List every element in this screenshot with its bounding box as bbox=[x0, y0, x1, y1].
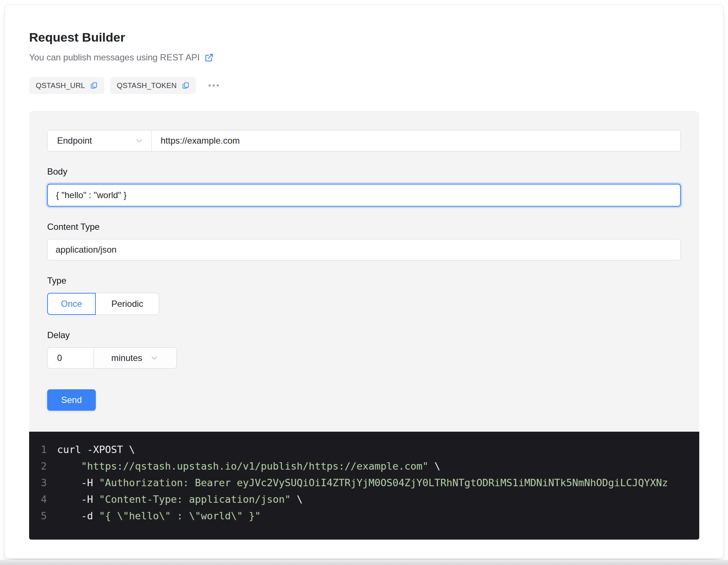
subtitle: You can publish messages using REST API bbox=[29, 51, 699, 64]
line-number: 5 bbox=[29, 508, 47, 524]
page-bottom-band bbox=[0, 560, 728, 565]
code-line: 3 -H "Authorization: Bearer eyJVc2VySUQi… bbox=[29, 474, 699, 491]
line-number: 2 bbox=[29, 458, 47, 474]
endpoint-url-input[interactable] bbox=[152, 130, 680, 151]
delay-label: Delay bbox=[47, 329, 681, 341]
endpoint-type-select[interactable]: Endpoint bbox=[48, 130, 152, 151]
chevron-down-icon bbox=[134, 136, 144, 145]
content-type-label: Content Type bbox=[47, 221, 681, 233]
ellipsis-icon bbox=[209, 84, 211, 87]
qstash-url-chip[interactable]: QSTASH_URL bbox=[29, 77, 104, 94]
type-periodic-button[interactable]: Periodic bbox=[96, 293, 159, 315]
more-env-variables-button[interactable] bbox=[206, 81, 222, 90]
body-input[interactable] bbox=[47, 184, 681, 207]
subtitle-text: You can publish messages using REST API bbox=[29, 51, 200, 64]
body-label: Body bbox=[47, 165, 681, 178]
line-number: 1 bbox=[29, 441, 47, 458]
code-line: 4 -H "Content-Type: application/json" \ bbox=[29, 491, 699, 508]
request-builder-card: Request Builder You can publish messages… bbox=[4, 4, 724, 559]
request-form-panel: Endpoint Body Content Type Type Once Per… bbox=[29, 111, 699, 432]
chip-label: QSTASH_TOKEN bbox=[117, 81, 177, 90]
code-line: 1curl -XPOST \ bbox=[29, 441, 699, 458]
env-variable-chips: QSTASH_URL QSTASH_TOKEN bbox=[29, 77, 699, 94]
chevron-down-icon bbox=[150, 353, 159, 363]
page-title: Request Builder bbox=[29, 29, 699, 45]
delay-row: minutes bbox=[47, 347, 681, 369]
chip-label: QSTASH_URL bbox=[36, 81, 85, 90]
copy-icon bbox=[90, 82, 98, 90]
delay-value-input[interactable] bbox=[47, 347, 94, 369]
curl-code-block: 1curl -XPOST \2 "https://qstash.upstash.… bbox=[29, 432, 699, 540]
content-type-input[interactable] bbox=[47, 239, 681, 260]
type-once-button[interactable]: Once bbox=[47, 293, 96, 315]
external-link-icon[interactable] bbox=[204, 53, 214, 63]
delay-unit-value: minutes bbox=[111, 353, 142, 363]
endpoint-select-value: Endpoint bbox=[57, 136, 92, 146]
type-label: Type bbox=[47, 274, 681, 287]
code-line: 2 "https://qstash.upstash.io/v1/publish/… bbox=[29, 458, 699, 474]
type-toggle-group: Once Periodic bbox=[47, 293, 681, 315]
line-number: 3 bbox=[29, 474, 47, 491]
copy-icon bbox=[182, 82, 189, 90]
endpoint-row: Endpoint bbox=[47, 130, 681, 151]
qstash-token-chip[interactable]: QSTASH_TOKEN bbox=[110, 77, 196, 94]
send-button[interactable]: Send bbox=[47, 389, 96, 411]
code-line: 5 -d "{ \"hello\" : \"world\" }" bbox=[29, 508, 699, 524]
line-number: 4 bbox=[29, 491, 47, 508]
delay-unit-select[interactable]: minutes bbox=[94, 347, 177, 369]
